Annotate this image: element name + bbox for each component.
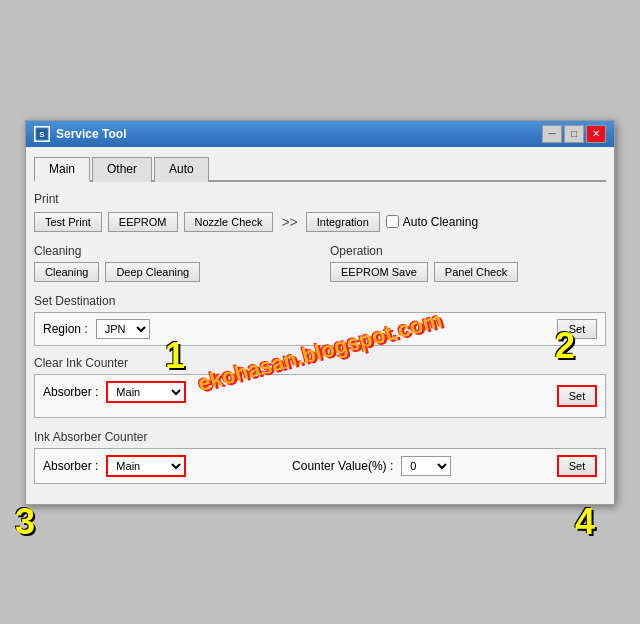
ink-absorber-select[interactable]: Main Sub <box>106 455 186 477</box>
ink-absorber-counter-section: Ink Absorber Counter Absorber : Main Sub… <box>34 430 606 484</box>
auto-cleaning-label: Auto Cleaning <box>403 215 478 229</box>
clear-ink-absorber-select[interactable]: Main Sub <box>106 381 186 403</box>
operation-section-label: Operation <box>330 244 606 258</box>
ink-absorber-counter-label: Ink Absorber Counter <box>34 430 606 444</box>
eeprom-button[interactable]: EEPROM <box>108 212 178 232</box>
maximize-button[interactable]: □ <box>564 125 584 143</box>
svg-text:S: S <box>39 130 45 139</box>
tab-bar: Main Other Auto <box>34 155 606 182</box>
operation-section: Operation EEPROM Save Panel Check <box>330 244 606 282</box>
ink-absorber-right: Counter Value(%) : 0 10 20 50 100 <box>292 456 451 476</box>
cleaning-section: Cleaning Cleaning Deep Cleaning <box>34 244 310 282</box>
eeprom-save-button[interactable]: EEPROM Save <box>330 262 428 282</box>
cleaning-buttons-row: Cleaning Deep Cleaning <box>34 262 310 282</box>
clear-ink-absorber-row: Absorber : Main Sub <box>43 381 186 403</box>
annotation-3: 3 <box>15 501 35 543</box>
double-arrow-icon: >> <box>279 214 299 230</box>
ink-absorber-counter-inner: Absorber : Main Sub Counter Value(%) : 0… <box>34 448 606 484</box>
ink-absorber-label: Absorber : <box>43 459 98 473</box>
main-window: S Service Tool ─ □ ✕ Main Other Auto Pri… <box>25 120 615 505</box>
auto-cleaning-checkbox[interactable] <box>386 215 399 228</box>
cleaning-button[interactable]: Cleaning <box>34 262 99 282</box>
cleaning-operation-row: Cleaning Cleaning Deep Cleaning Operatio… <box>34 244 606 282</box>
window-controls: ─ □ ✕ <box>542 125 606 143</box>
set-destination-label: Set Destination <box>34 294 606 308</box>
window-content: Main Other Auto Print Test Print EEPROM … <box>26 147 614 504</box>
counter-value-label: Counter Value(%) : <box>292 459 393 473</box>
region-row: Region : JPN USA EUR <box>43 319 150 339</box>
nozzle-check-button[interactable]: Nozzle Check <box>184 212 274 232</box>
cleaning-section-label: Cleaning <box>34 244 310 258</box>
set-destination-button[interactable]: Set <box>557 319 597 339</box>
tab-main[interactable]: Main <box>34 157 90 182</box>
title-bar-left: S Service Tool <box>34 126 126 142</box>
print-section-label: Print <box>34 192 606 206</box>
clear-ink-set-button[interactable]: Set <box>557 385 597 407</box>
title-bar: S Service Tool ─ □ ✕ <box>26 121 614 147</box>
print-buttons-row: Test Print EEPROM Nozzle Check >> Integr… <box>34 212 606 232</box>
ink-absorber-set-button[interactable]: Set <box>557 455 597 477</box>
clear-ink-absorber-label: Absorber : <box>43 385 98 399</box>
region-select[interactable]: JPN USA EUR <box>96 319 150 339</box>
close-button[interactable]: ✕ <box>586 125 606 143</box>
auto-cleaning-checkbox-label[interactable]: Auto Cleaning <box>386 215 478 229</box>
print-section: Print Test Print EEPROM Nozzle Check >> … <box>34 192 606 232</box>
operation-buttons-row: EEPROM Save Panel Check <box>330 262 606 282</box>
main-tab-content: Print Test Print EEPROM Nozzle Check >> … <box>34 192 606 484</box>
tab-auto[interactable]: Auto <box>154 157 209 182</box>
annotation-4: 4 <box>575 501 595 543</box>
app-icon: S <box>34 126 50 142</box>
region-label: Region : <box>43 322 88 336</box>
tab-other[interactable]: Other <box>92 157 152 182</box>
minimize-button[interactable]: ─ <box>542 125 562 143</box>
window-title: Service Tool <box>56 127 126 141</box>
deep-cleaning-button[interactable]: Deep Cleaning <box>105 262 200 282</box>
ink-absorber-left: Absorber : Main Sub <box>43 455 186 477</box>
integration-button[interactable]: Integration <box>306 212 380 232</box>
panel-check-button[interactable]: Panel Check <box>434 262 518 282</box>
clear-ink-counter-inner: Absorber : Main Sub Set 1 2 <box>34 374 606 418</box>
set-destination-section: Set Destination Region : JPN USA EUR Set <box>34 294 606 346</box>
clear-ink-counter-section: Clear Ink Counter Absorber : Main Sub Se… <box>34 356 606 418</box>
clear-ink-counter-label: Clear Ink Counter <box>34 356 606 370</box>
counter-value-select[interactable]: 0 10 20 50 100 <box>401 456 451 476</box>
test-print-button[interactable]: Test Print <box>34 212 102 232</box>
